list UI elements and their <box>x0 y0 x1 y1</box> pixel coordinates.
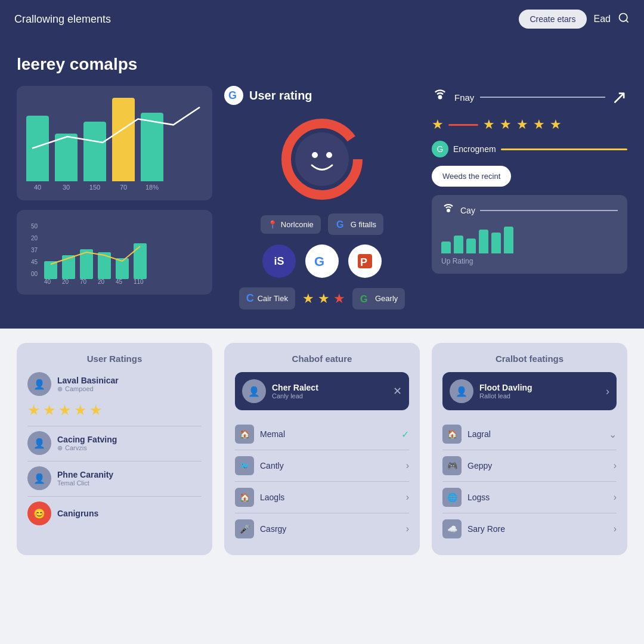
cralbot-item-3[interactable]: 🌐 Logss › <box>442 482 617 513</box>
arrow-icon-3: › <box>406 492 409 503</box>
chat-item-3[interactable]: 🏠 Laogls › <box>235 482 409 513</box>
trend-line-1 <box>480 97 605 98</box>
cralbot-user-info: Floot Davling Rallot lead <box>479 383 532 400</box>
avatar-1: 👤 <box>27 372 51 396</box>
brand-norlconie: 📍 Norlconie <box>261 215 321 234</box>
gearly-icon: G <box>360 293 371 305</box>
svg-point-24 <box>326 152 332 158</box>
small-chart: 50 20 37 45 00 <box>26 219 203 285</box>
bar-item-3: 150 <box>83 122 106 191</box>
brand-gearly: G Gearly <box>352 288 405 309</box>
google-logo-icon: G <box>312 252 332 271</box>
encrog-label: Encrognem <box>453 144 496 154</box>
arrow-icon-r4: › <box>614 524 617 534</box>
svg-point-22 <box>295 132 349 186</box>
logos-row: iS G P <box>262 244 382 278</box>
arrow-icon-4: › <box>406 524 409 534</box>
smiley-donut <box>277 114 367 204</box>
small-chart-svg: 50 20 37 45 00 <box>26 219 203 285</box>
left-column: 40 30 150 70 <box>17 86 212 309</box>
svg-text:G: G <box>228 89 237 101</box>
user-sub-1: ⊕ Campoed <box>57 385 119 393</box>
user-info-2: Cacing Fatving ⊕ Carvzis <box>57 435 117 452</box>
bar-label-4: 70 <box>120 184 127 191</box>
weeds-button[interactable]: Weeds the recint <box>432 166 511 187</box>
cay-wifi-icon <box>441 203 456 218</box>
gfitalls-label: G fitalls <box>351 220 376 229</box>
down-arrow-icon-1: ⌄ <box>609 429 617 440</box>
logo-google: G <box>305 244 339 278</box>
rating-star-4: ★ <box>516 117 528 132</box>
chat-item-4[interactable]: 🎤 Casrgy › <box>235 513 409 544</box>
cay-label: Cay <box>460 206 475 215</box>
mini-bar-5 <box>491 233 501 253</box>
svg-text:40: 40 <box>44 278 51 285</box>
chatbot-user-name: Cher Ralect <box>272 383 318 392</box>
brand-cair-tiek: C Cair Tiek <box>239 287 295 309</box>
user-info-3: Phne Caranity Temal Clict <box>57 470 113 487</box>
svg-text:00: 00 <box>31 271 38 277</box>
full-star-4: ★ <box>74 402 87 419</box>
fray-label: Fnay <box>454 92 474 103</box>
bar-item-1: 40 <box>26 116 49 191</box>
chatbot-title: Chabof eature <box>235 354 409 364</box>
cantly-icon: 🐦 <box>235 456 254 475</box>
full-rating-stars: ★ ★ ★ ★ ★ <box>27 402 202 419</box>
arrow-icon-2: › <box>406 460 409 471</box>
cralbot-top-user: 👤 Floot Davling Rallot lead › <box>442 372 617 410</box>
logo-p: P <box>348 244 382 278</box>
cralbot-item-1[interactable]: 🏠 Lagral ⌄ <box>442 419 617 450</box>
cralbot-item-4[interactable]: ☁️ Sary Rore › <box>442 513 617 544</box>
bar-label-2: 30 <box>63 184 70 191</box>
bar-chart-card: 40 30 150 70 <box>17 86 212 200</box>
user-sub-2: ⊕ Carvzis <box>57 444 117 452</box>
divider-2 <box>27 461 202 462</box>
cralbot-arrow-icon[interactable]: › <box>606 385 609 398</box>
cay-row: Cay <box>441 203 618 218</box>
cair-label: Cair Tiek <box>258 294 288 303</box>
chat-item-2[interactable]: 🐦 Cantly › <box>235 450 409 482</box>
user-ratings-card: User Ratings 👤 Laval Basinicar ⊕ Campoed… <box>17 343 212 555</box>
chatbot-user-info: Cher Ralect Canly lead <box>272 383 318 400</box>
bottom-section: User Ratings 👤 Laval Basinicar ⊕ Campoed… <box>0 329 644 569</box>
user-rating-header: G User rating <box>224 86 312 105</box>
chat-label-4: Casrgy <box>260 524 400 534</box>
create-stars-button[interactable]: Create etars <box>519 10 586 29</box>
full-star-3: ★ <box>58 402 72 419</box>
cralbot-label-1: Lagral <box>467 429 603 439</box>
logo-is-label: iS <box>274 255 284 268</box>
user-item-3: 👤 Phne Caranity Temal Clict <box>27 466 202 490</box>
bar-item-2: 30 <box>55 134 78 191</box>
full-star-2: ★ <box>43 402 56 419</box>
cralbot-user-sub: Rallot lead <box>479 392 532 400</box>
cralbot-user-name: Floot Davling <box>479 383 532 392</box>
user-info-1: Laval Basinicar ⊕ Campoed <box>57 376 119 393</box>
chat-item-1[interactable]: 🏠 Memal ✓ <box>235 419 409 450</box>
header-actions: Create etars Ead <box>519 10 630 29</box>
user-name-2: Cacing Fatving <box>57 435 117 444</box>
ead-label: Ead <box>594 14 611 24</box>
cralbot-label-4: Sary Rore <box>467 524 608 534</box>
chat-label-2: Cantly <box>260 461 400 470</box>
sary-icon: ☁️ <box>442 519 462 538</box>
google-g-icon: G <box>224 86 243 105</box>
casrgy-icon: 🎤 <box>235 519 254 538</box>
dashboard-grid: 40 30 150 70 <box>17 86 627 309</box>
norlconie-icon: 📍 <box>268 220 277 229</box>
close-icon[interactable]: ✕ <box>393 385 402 398</box>
bar-label-3: 150 <box>89 184 100 191</box>
small-chart-card: 50 20 37 45 00 <box>17 210 212 295</box>
rating-star-2: ★ <box>483 117 495 132</box>
cay-card: Cay Up Rating <box>432 195 627 274</box>
geppy-icon: 🎮 <box>442 456 462 475</box>
norlconie-label: Norlconie <box>281 220 314 229</box>
svg-text:70: 70 <box>80 278 87 285</box>
cralbot-item-2[interactable]: 🎮 Geppy › <box>442 450 617 482</box>
full-star-1: ★ <box>27 402 41 419</box>
svg-point-31 <box>447 209 450 212</box>
red-line <box>448 124 478 126</box>
bar-2 <box>55 134 78 181</box>
user-ratings-title: User Ratings <box>27 354 202 364</box>
logss-icon: 🌐 <box>442 488 462 507</box>
search-button[interactable] <box>618 12 630 27</box>
